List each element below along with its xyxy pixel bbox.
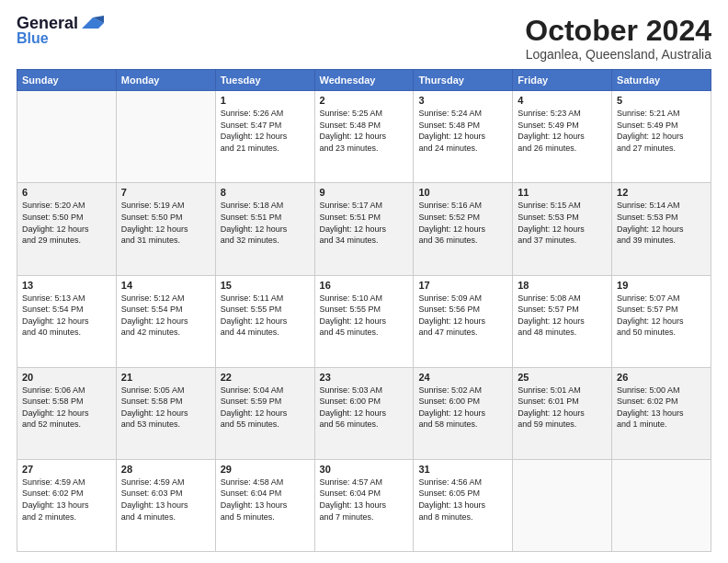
day-info: Sunrise: 5:14 AM Sunset: 5:53 PM Dayligh…	[617, 200, 706, 246]
day-info: Sunrise: 5:11 AM Sunset: 5:55 PM Dayligh…	[221, 293, 310, 339]
day-number: 9	[320, 187, 409, 198]
table-row: 3Sunrise: 5:24 AM Sunset: 5:48 PM Daylig…	[414, 91, 513, 183]
day-info: Sunrise: 5:07 AM Sunset: 5:57 PM Dayligh…	[617, 293, 706, 339]
location-subtitle: Loganlea, Queensland, Australia	[525, 47, 711, 62]
day-number: 16	[320, 280, 409, 291]
table-row: 1Sunrise: 5:26 AM Sunset: 5:47 PM Daylig…	[215, 91, 314, 183]
day-number: 25	[518, 372, 607, 383]
day-number: 29	[221, 464, 310, 475]
table-row	[513, 459, 612, 551]
day-info: Sunrise: 5:19 AM Sunset: 5:50 PM Dayligh…	[121, 200, 210, 246]
day-info: Sunrise: 4:59 AM Sunset: 6:02 PM Dayligh…	[22, 477, 111, 523]
day-number: 5	[617, 95, 706, 106]
logo-general: General	[17, 15, 78, 31]
table-row: 20Sunrise: 5:06 AM Sunset: 5:58 PM Dayli…	[17, 367, 117, 459]
table-row: 9Sunrise: 5:17 AM Sunset: 5:51 PM Daylig…	[314, 183, 414, 275]
table-row: 15Sunrise: 5:11 AM Sunset: 5:55 PM Dayli…	[215, 275, 314, 367]
day-info: Sunrise: 5:09 AM Sunset: 5:56 PM Dayligh…	[418, 293, 507, 339]
calendar-week-row: 1Sunrise: 5:26 AM Sunset: 5:47 PM Daylig…	[17, 91, 711, 183]
day-info: Sunrise: 5:25 AM Sunset: 5:48 PM Dayligh…	[320, 108, 409, 154]
table-row: 21Sunrise: 5:05 AM Sunset: 5:58 PM Dayli…	[116, 367, 215, 459]
table-row: 4Sunrise: 5:23 AM Sunset: 5:49 PM Daylig…	[513, 91, 612, 183]
table-row: 26Sunrise: 5:00 AM Sunset: 6:02 PM Dayli…	[612, 367, 711, 459]
table-row: 13Sunrise: 5:13 AM Sunset: 5:54 PM Dayli…	[17, 275, 117, 367]
table-row: 29Sunrise: 4:58 AM Sunset: 6:04 PM Dayli…	[215, 459, 314, 551]
day-info: Sunrise: 5:10 AM Sunset: 5:55 PM Dayligh…	[320, 293, 409, 339]
table-row: 28Sunrise: 4:59 AM Sunset: 6:03 PM Dayli…	[116, 459, 215, 551]
day-info: Sunrise: 5:08 AM Sunset: 5:57 PM Dayligh…	[518, 293, 607, 339]
table-row: 30Sunrise: 4:57 AM Sunset: 6:04 PM Dayli…	[314, 459, 414, 551]
day-number: 31	[418, 464, 507, 475]
day-number: 30	[320, 464, 409, 475]
day-info: Sunrise: 5:02 AM Sunset: 6:00 PM Dayligh…	[418, 385, 507, 431]
day-number: 18	[518, 280, 607, 291]
day-number: 22	[221, 372, 310, 383]
day-info: Sunrise: 4:56 AM Sunset: 6:05 PM Dayligh…	[418, 477, 507, 523]
day-info: Sunrise: 5:06 AM Sunset: 5:58 PM Dayligh…	[22, 385, 111, 431]
day-number: 21	[121, 372, 210, 383]
title-block: October 2024 Loganlea, Queensland, Austr…	[525, 15, 711, 62]
logo-icon	[82, 16, 104, 30]
calendar-table: Sunday Monday Tuesday Wednesday Thursday…	[17, 69, 711, 552]
col-thursday: Thursday	[414, 70, 513, 91]
day-info: Sunrise: 5:17 AM Sunset: 5:51 PM Dayligh…	[320, 200, 409, 246]
table-row: 6Sunrise: 5:20 AM Sunset: 5:50 PM Daylig…	[17, 183, 117, 275]
day-number: 14	[121, 280, 210, 291]
day-number: 8	[221, 187, 310, 198]
calendar-week-row: 27Sunrise: 4:59 AM Sunset: 6:02 PM Dayli…	[17, 459, 711, 551]
table-row	[17, 91, 117, 183]
day-number: 6	[22, 187, 111, 198]
day-info: Sunrise: 5:16 AM Sunset: 5:52 PM Dayligh…	[418, 200, 507, 246]
table-row: 10Sunrise: 5:16 AM Sunset: 5:52 PM Dayli…	[414, 183, 513, 275]
day-number: 20	[22, 372, 111, 383]
day-number: 4	[518, 95, 607, 106]
table-row: 27Sunrise: 4:59 AM Sunset: 6:02 PM Dayli…	[17, 459, 117, 551]
table-row: 14Sunrise: 5:12 AM Sunset: 5:54 PM Dayli…	[116, 275, 215, 367]
day-number: 1	[221, 95, 310, 106]
day-info: Sunrise: 5:03 AM Sunset: 6:00 PM Dayligh…	[320, 385, 409, 431]
header: General Blue October 2024 Loganlea, Quee…	[17, 15, 711, 62]
table-row: 31Sunrise: 4:56 AM Sunset: 6:05 PM Dayli…	[414, 459, 513, 551]
table-row: 2Sunrise: 5:25 AM Sunset: 5:48 PM Daylig…	[314, 91, 414, 183]
day-number: 19	[617, 280, 706, 291]
day-number: 28	[121, 464, 210, 475]
col-monday: Monday	[116, 70, 215, 91]
day-info: Sunrise: 5:13 AM Sunset: 5:54 PM Dayligh…	[22, 293, 111, 339]
day-info: Sunrise: 5:18 AM Sunset: 5:51 PM Dayligh…	[221, 200, 310, 246]
month-title: October 2024	[525, 15, 711, 47]
calendar-week-row: 6Sunrise: 5:20 AM Sunset: 5:50 PM Daylig…	[17, 183, 711, 275]
day-info: Sunrise: 5:04 AM Sunset: 5:59 PM Dayligh…	[221, 385, 310, 431]
logo-blue: Blue	[17, 31, 49, 46]
table-row: 12Sunrise: 5:14 AM Sunset: 5:53 PM Dayli…	[612, 183, 711, 275]
table-row: 17Sunrise: 5:09 AM Sunset: 5:56 PM Dayli…	[414, 275, 513, 367]
table-row: 16Sunrise: 5:10 AM Sunset: 5:55 PM Dayli…	[314, 275, 414, 367]
day-info: Sunrise: 4:58 AM Sunset: 6:04 PM Dayligh…	[221, 477, 310, 523]
day-info: Sunrise: 5:00 AM Sunset: 6:02 PM Dayligh…	[617, 385, 706, 431]
day-number: 11	[518, 187, 607, 198]
day-number: 10	[418, 187, 507, 198]
day-number: 2	[320, 95, 409, 106]
day-number: 27	[22, 464, 111, 475]
calendar-header-row: Sunday Monday Tuesday Wednesday Thursday…	[17, 70, 711, 91]
table-row: 24Sunrise: 5:02 AM Sunset: 6:00 PM Dayli…	[414, 367, 513, 459]
table-row: 22Sunrise: 5:04 AM Sunset: 5:59 PM Dayli…	[215, 367, 314, 459]
table-row: 11Sunrise: 5:15 AM Sunset: 5:53 PM Dayli…	[513, 183, 612, 275]
day-number: 24	[418, 372, 507, 383]
day-info: Sunrise: 5:24 AM Sunset: 5:48 PM Dayligh…	[418, 108, 507, 154]
day-info: Sunrise: 4:57 AM Sunset: 6:04 PM Dayligh…	[320, 477, 409, 523]
col-saturday: Saturday	[612, 70, 711, 91]
table-row: 8Sunrise: 5:18 AM Sunset: 5:51 PM Daylig…	[215, 183, 314, 275]
day-info: Sunrise: 5:21 AM Sunset: 5:49 PM Dayligh…	[617, 108, 706, 154]
col-tuesday: Tuesday	[215, 70, 314, 91]
day-info: Sunrise: 5:01 AM Sunset: 6:01 PM Dayligh…	[518, 385, 607, 431]
table-row: 19Sunrise: 5:07 AM Sunset: 5:57 PM Dayli…	[612, 275, 711, 367]
day-number: 26	[617, 372, 706, 383]
day-number: 13	[22, 280, 111, 291]
day-number: 12	[617, 187, 706, 198]
table-row	[612, 459, 711, 551]
table-row: 5Sunrise: 5:21 AM Sunset: 5:49 PM Daylig…	[612, 91, 711, 183]
day-info: Sunrise: 5:15 AM Sunset: 5:53 PM Dayligh…	[518, 200, 607, 246]
calendar-week-row: 13Sunrise: 5:13 AM Sunset: 5:54 PM Dayli…	[17, 275, 711, 367]
col-wednesday: Wednesday	[314, 70, 414, 91]
table-row: 7Sunrise: 5:19 AM Sunset: 5:50 PM Daylig…	[116, 183, 215, 275]
